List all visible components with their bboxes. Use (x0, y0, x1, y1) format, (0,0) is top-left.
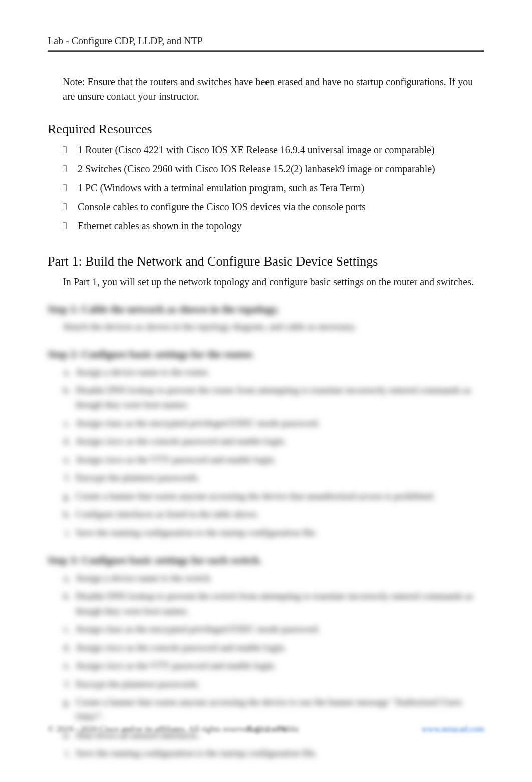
list-item: Assign a device name to the switch. (73, 571, 484, 585)
list-item: Assign cisco as the VTY password and ena… (73, 658, 484, 673)
title-rule (48, 50, 484, 52)
step1-heading: Step 1: Cable the network as shown in th… (48, 303, 484, 316)
note-block: Note: Ensure that the routers and switch… (63, 75, 484, 104)
page-footer: © 2019 - 2020 Cisco and/or its affiliate… (48, 724, 484, 734)
list-item: 1 PC (Windows with a terminal emulation … (63, 180, 484, 196)
list-item: Encrypt the plaintext passwords. (73, 470, 484, 485)
list-item: Create a banner that warns anyone access… (73, 695, 484, 724)
page-title: Lab - Configure CDP, LLDP, and NTP (48, 35, 484, 50)
step3-heading: Step 3: Configure basic settings for eac… (48, 554, 484, 567)
document-page: Lab - Configure CDP, LLDP, and NTP Note:… (0, 0, 532, 782)
list-item: Console cables to configure the Cisco IO… (63, 199, 484, 215)
list-item: Assign cisco as the console password and… (73, 640, 484, 655)
list-item: Disable DNS lookup to prevent the switch… (73, 589, 484, 618)
list-item: Save the running configuration to the st… (73, 525, 484, 540)
list-item: 1 Router (Cisco 4221 with Cisco IOS XE R… (63, 142, 484, 158)
note-text: : Ensure that the routers and switches h… (63, 76, 473, 102)
blurred-content: Step 1: Cable the network as shown in th… (48, 303, 484, 761)
part1-heading: Part 1: Build the Network and Configure … (48, 254, 484, 269)
list-item: Assign class as the encrypted privileged… (73, 416, 484, 430)
required-resources-list: 1 Router (Cisco 4221 with Cisco IOS XE R… (63, 142, 484, 234)
list-item: Disable DNS lookup to prevent the router… (73, 383, 484, 412)
list-item: Encrypt the plaintext passwords. (73, 677, 484, 691)
required-resources-heading: Required Resources (48, 122, 484, 137)
list-item: Assign cisco as the VTY password and ena… (73, 452, 484, 467)
list-item: 2 Switches (Cisco 2960 with Cisco IOS Re… (63, 161, 484, 177)
list-item: Assign cisco as the console password and… (73, 434, 484, 448)
step1-body: Attach the devices as shown in the topol… (63, 320, 484, 334)
part1-intro: In Part 1, you will set up the network t… (63, 274, 484, 289)
list-item: Assign class as the encrypted privileged… (73, 622, 484, 636)
list-item: Configure interfaces as listed in the ta… (73, 507, 484, 522)
list-item: Assign a device name to the router. (73, 365, 484, 379)
list-item: Create a banner that warns anyone access… (73, 489, 484, 503)
list-item: Save the running configuration to the st… (73, 746, 484, 760)
step2-list: Assign a device name to the router. Disa… (48, 365, 484, 540)
footer-page-number: Page 2 of 8 (48, 724, 484, 734)
note-prefix: Note (63, 76, 82, 87)
step2-heading: Step 2: Configure basic settings for the… (48, 348, 484, 361)
list-item: Ethernet cables as shown in the topology (63, 218, 484, 234)
